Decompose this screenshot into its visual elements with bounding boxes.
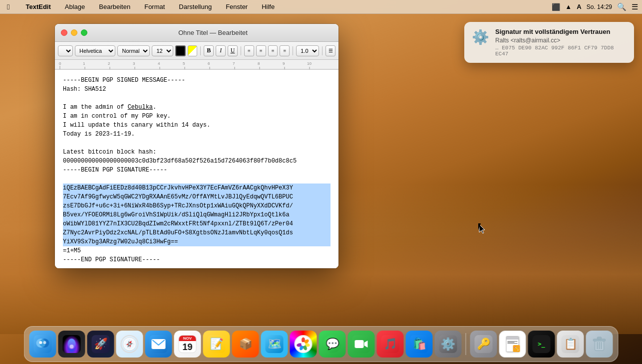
dock-textedit[interactable]: ✏️ bbox=[499, 331, 526, 358]
dock-app-orange[interactable]: 📦 bbox=[232, 331, 259, 358]
font-size-select[interactable]: 12 bbox=[152, 45, 173, 56]
text-line-15: zsE7DbGJf+u6c+3i+6NiWxR4bB6Syp+TRcJXnsOt… bbox=[63, 201, 330, 210]
dock-messages[interactable]: 💬 bbox=[319, 331, 346, 358]
menu-fenster[interactable]: Fenster bbox=[223, 2, 251, 11]
notification-body: Signatur mit vollständigem Vertrauen Ral… bbox=[495, 28, 627, 57]
dock-calendar[interactable]: NOV 19 bbox=[174, 331, 201, 358]
align-right-button[interactable]: ≡ bbox=[268, 45, 278, 56]
menu-list-icon[interactable]: ☰ bbox=[632, 2, 638, 11]
toolbar-separator-2 bbox=[241, 46, 241, 55]
paragraph-style-select[interactable]: ¶ bbox=[58, 45, 73, 56]
align-center-button[interactable]: ≡ bbox=[256, 45, 266, 56]
text-line-20: =1+M5 bbox=[63, 246, 330, 255]
align-left-button[interactable]: ≡ bbox=[244, 45, 254, 56]
dock: 🚀 bbox=[24, 326, 619, 362]
dock-safari[interactable] bbox=[116, 331, 143, 358]
text-area[interactable]: -----BEGIN PGP SIGNED MESSAGE----- Hash:… bbox=[55, 70, 338, 268]
dock-trash[interactable] bbox=[586, 331, 613, 358]
menu-clock: So. 14:29 bbox=[587, 3, 612, 10]
close-button[interactable] bbox=[61, 29, 67, 36]
bold-button[interactable]: B bbox=[204, 45, 214, 56]
font-style-select[interactable]: Normal bbox=[117, 45, 150, 56]
svg-text:6: 6 bbox=[208, 61, 210, 66]
text-line-5: I am in control of my PGP key. bbox=[63, 112, 330, 121]
list-button[interactable]: ☰ bbox=[325, 45, 335, 56]
text-color-button[interactable] bbox=[175, 45, 185, 56]
dock-keychain[interactable]: 🔑 bbox=[470, 331, 497, 358]
text-line-19: YiXV9Sx7bg3ARzg7W02uJq8Ci3HwFg== bbox=[63, 237, 330, 246]
menu-hilfe[interactable]: Hilfe bbox=[259, 2, 278, 11]
minimize-button[interactable] bbox=[71, 29, 77, 36]
toolbar-separator-3 bbox=[293, 46, 293, 55]
dock-siri[interactable] bbox=[58, 331, 85, 358]
dock-terminal[interactable]: >_ bbox=[528, 331, 555, 358]
text-line-12 bbox=[63, 175, 330, 183]
svg-point-27 bbox=[43, 341, 46, 344]
dock-photos[interactable] bbox=[290, 331, 317, 358]
dock-finder[interactable] bbox=[29, 331, 56, 358]
text-line-9: Latest bitcoin block hash: bbox=[63, 148, 330, 157]
dock-script-editor[interactable]: 📋 bbox=[557, 331, 584, 358]
app-name[interactable]: TextEdit bbox=[22, 2, 53, 11]
text-line-11: -----BEGIN PGP SIGNATURE----- bbox=[63, 166, 330, 175]
svg-text:7: 7 bbox=[233, 61, 235, 66]
dock-sysprefs[interactable]: ⚙️ bbox=[435, 331, 462, 358]
text-line-17: oWibWYlD81YYZ7nIX3CU2BqdZIwm2cRWxxtFRt5N… bbox=[63, 219, 330, 228]
dock-appstore[interactable]: 🛍️ bbox=[406, 331, 433, 358]
menu-search-icon[interactable]: 🔍 bbox=[617, 2, 627, 11]
svg-marker-42 bbox=[364, 341, 368, 348]
menu-inputmethod[interactable]: A bbox=[577, 3, 581, 10]
notification-title: Signatur mit vollständigem Vertrauen bbox=[495, 28, 627, 35]
maximize-button[interactable] bbox=[81, 29, 87, 36]
menu-darstellung[interactable]: Darstellung bbox=[176, 2, 215, 11]
line-spacing-select[interactable]: 1.0 bbox=[296, 45, 319, 56]
traffic-lights bbox=[61, 29, 87, 36]
highlight-button[interactable] bbox=[188, 45, 198, 56]
italic-button[interactable]: I bbox=[216, 45, 226, 56]
text-line-14: 7Ecv7Af9GgfwycW5qGWC2YDgRXAAnE65vMz/OffA… bbox=[63, 192, 330, 201]
menu-format[interactable]: Format bbox=[141, 2, 168, 11]
text-line-6: I will update this canary within 14 days… bbox=[63, 121, 330, 130]
menu-cast-icon[interactable]: ▲ bbox=[565, 3, 572, 10]
font-family-select[interactable]: Helvetica bbox=[75, 45, 115, 56]
justify-button[interactable]: ≡ bbox=[280, 45, 290, 56]
dock-separator bbox=[466, 333, 466, 355]
svg-rect-44 bbox=[594, 339, 606, 341]
text-line-13: iQEzBAEBCgAdFiEEDz8d40B13pCCrJkvhvHPeX3Y… bbox=[63, 183, 330, 192]
notification: ⚙️ Signatur mit vollständigem Vertrauen … bbox=[464, 22, 634, 63]
menubar:  TextEdit Ablage Bearbeiten Format Dars… bbox=[0, 0, 642, 14]
text-line-3 bbox=[63, 94, 330, 103]
menu-bearbeiten[interactable]: Bearbeiten bbox=[96, 2, 133, 11]
svg-text:10: 10 bbox=[307, 61, 312, 66]
text-line-18: Z7Nyc2AvrPiyDdz2xcNAL/pTLBtAd0uFO+S8Xgtb… bbox=[63, 228, 330, 237]
underline-button[interactable]: U bbox=[228, 45, 238, 56]
text-line-1: -----BEGIN PGP SIGNED MESSAGE----- bbox=[63, 76, 330, 85]
toolbar-separator-4 bbox=[322, 46, 322, 55]
svg-text:8: 8 bbox=[258, 61, 260, 66]
toolbar-separator-1 bbox=[200, 46, 201, 55]
svg-point-26 bbox=[39, 341, 42, 344]
text-line-8 bbox=[63, 139, 330, 148]
toolbar: ¶ Helvetica Normal 12 B I U ≡ ≡ ≡ ≡ bbox=[55, 42, 338, 60]
notification-detail: … E075 DE90 82AC 992F 86F1 CF79 7DD8 EC4… bbox=[495, 45, 627, 57]
svg-text:9: 9 bbox=[283, 61, 285, 66]
svg-text:0: 0 bbox=[59, 61, 61, 66]
svg-text:4: 4 bbox=[158, 61, 160, 66]
dock-maps[interactable]: 🗺️ bbox=[261, 331, 288, 358]
text-line-2: Hash: SHA512 bbox=[63, 85, 330, 94]
menubar-left:  TextEdit Ablage Bearbeiten Format Dars… bbox=[4, 1, 278, 12]
svg-rect-41 bbox=[355, 340, 364, 348]
menu-controlcenter-icon[interactable]: ⬛ bbox=[552, 3, 560, 11]
dock-facetime[interactable] bbox=[348, 331, 375, 358]
apple-menu[interactable]:  bbox=[4, 1, 12, 12]
menu-ablage[interactable]: Ablage bbox=[62, 2, 88, 11]
dock-notes[interactable]: 📝 bbox=[203, 331, 230, 358]
cebulka-link[interactable]: Cebulka bbox=[128, 104, 153, 111]
svg-rect-45 bbox=[598, 337, 602, 339]
svg-point-40 bbox=[302, 342, 306, 346]
ruler: 0 1 2 3 4 5 6 7 8 9 10 bbox=[55, 60, 338, 70]
notification-subtitle: Ralts <ralts@airmail.cc> bbox=[495, 37, 627, 44]
dock-music[interactable]: 🎵 bbox=[377, 331, 404, 358]
dock-launchpad[interactable]: 🚀 bbox=[87, 331, 114, 358]
dock-mail[interactable] bbox=[145, 331, 172, 358]
